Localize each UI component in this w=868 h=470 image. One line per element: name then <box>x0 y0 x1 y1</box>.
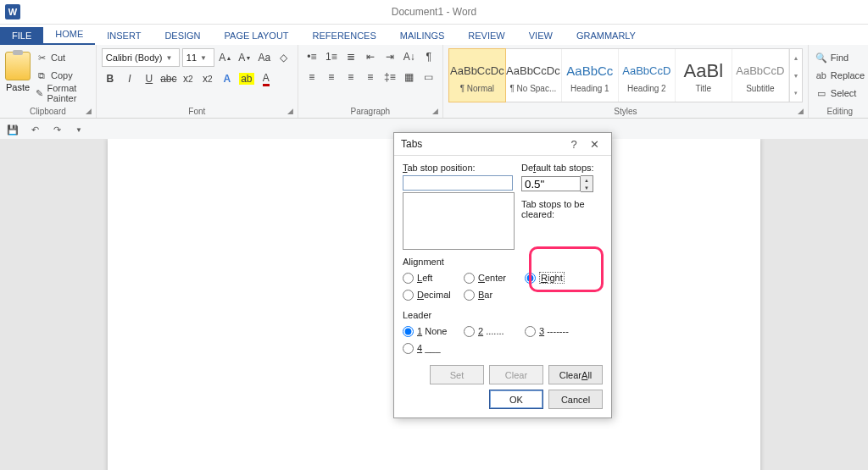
qat-customize[interactable]: ▼ <box>71 122 86 137</box>
paste-button[interactable]: Paste <box>5 48 31 92</box>
help-button[interactable]: ? <box>564 138 584 151</box>
multilevel-button[interactable]: ≣ <box>342 48 359 65</box>
cut-button[interactable]: ✂Cut <box>34 50 91 65</box>
alignment-right[interactable]: Right <box>525 269 586 286</box>
copy-button[interactable]: ⧉Copy <box>34 68 91 83</box>
format-painter-button[interactable]: ✎Format Painter <box>34 86 91 101</box>
font-size-combo[interactable]: 11▼ <box>182 48 214 67</box>
alignment-bar[interactable]: Bar <box>464 286 525 303</box>
styles-more[interactable]: ▾ <box>790 84 802 102</box>
tab-page-layout[interactable]: PAGE LAYOUT <box>213 27 301 45</box>
styles-scroll-down[interactable]: ▼ <box>790 67 802 85</box>
styles-scroll-up[interactable]: ▲ <box>790 49 802 67</box>
alignment-left[interactable]: Left <box>403 269 464 286</box>
style-preview: AaBbCc <box>566 58 613 84</box>
tab-file[interactable]: FILE <box>0 27 43 45</box>
grow-font-button[interactable]: A▲ <box>217 49 234 66</box>
leader-none[interactable]: 1 None <box>403 323 464 340</box>
tab-design[interactable]: DESIGN <box>153 27 212 45</box>
alignment-decimal[interactable]: Decimal <box>403 286 464 303</box>
highlight-button[interactable]: ab <box>238 70 255 87</box>
clear-formatting-button[interactable]: ◇ <box>275 49 292 66</box>
font-color-button[interactable]: A <box>258 70 275 87</box>
sort-button[interactable]: A↓ <box>401 48 418 65</box>
style-heading-2[interactable]: AaBbCcDHeading 2 <box>619 49 676 102</box>
show-marks-button[interactable]: ¶ <box>420 48 437 65</box>
underline-button[interactable]: U <box>141 70 158 87</box>
redo-button[interactable]: ↷ <box>49 122 64 137</box>
styles-launcher[interactable]: ◢ <box>796 106 806 116</box>
tab-stop-position-input[interactable] <box>403 175 513 191</box>
leader-underline[interactable]: 4 ___ <box>403 340 464 357</box>
tab-references[interactable]: REFERENCES <box>301 27 388 45</box>
undo-button[interactable]: ↶ <box>27 122 42 137</box>
default-tab-stops-spinner[interactable]: ▲▼ <box>521 175 603 192</box>
clear-button[interactable]: Clear <box>489 365 543 384</box>
close-button[interactable]: ✕ <box>584 138 604 151</box>
styles-gallery[interactable]: AaBbCcDc¶ Normal AaBbCcDc¶ No Spac... Aa… <box>448 48 803 102</box>
find-button[interactable]: 🔍Find <box>814 50 866 65</box>
tab-mailings[interactable]: MAILINGS <box>388 27 457 45</box>
default-tab-stops-input[interactable] <box>521 176 581 191</box>
leader-dashes[interactable]: 3 ------- <box>525 323 586 340</box>
set-button[interactable]: Set <box>430 365 484 384</box>
tab-home[interactable]: HOME <box>43 25 95 45</box>
replace-label: Replace <box>831 70 865 80</box>
style-normal[interactable]: AaBbCcDc¶ Normal <box>448 48 506 102</box>
ribbon-tabs: FILE HOME INSERT DESIGN PAGE LAYOUT REFE… <box>0 25 868 45</box>
save-button[interactable]: 💾 <box>5 122 20 137</box>
tab-view[interactable]: VIEW <box>517 27 565 45</box>
find-icon: 🔍 <box>815 52 827 64</box>
spinner-down[interactable]: ▼ <box>581 184 593 191</box>
strikethrough-button[interactable]: abc <box>160 70 177 87</box>
shrink-font-button[interactable]: A▼ <box>236 49 253 66</box>
bullets-button[interactable]: •≡ <box>303 48 320 65</box>
text-effects-button[interactable]: A <box>219 70 236 87</box>
leader-label: Leader <box>403 310 603 320</box>
alignment-center[interactable]: Center <box>464 269 525 286</box>
change-case-button[interactable]: Aa <box>256 49 273 66</box>
paragraph-launcher[interactable]: ◢ <box>431 106 441 116</box>
leader-radios: 1 None 2 ....... 3 ------- 4 ___ <box>403 323 603 357</box>
style-subtitle[interactable]: AaBbCcDSubtitle <box>732 49 789 102</box>
style-no-spacing[interactable]: AaBbCcDc¶ No Spac... <box>505 49 562 102</box>
borders-button[interactable]: ▭ <box>420 69 437 86</box>
chevron-down-icon: ▼ <box>165 54 172 62</box>
tab-stop-list[interactable] <box>403 192 515 250</box>
leader-dots[interactable]: 2 ....... <box>464 323 525 340</box>
copy-icon: ⧉ <box>36 69 47 81</box>
line-spacing-button[interactable]: ‡≡ <box>381 69 398 86</box>
font-launcher[interactable]: ◢ <box>286 106 296 116</box>
style-title[interactable]: AaBlTitle <box>676 49 732 102</box>
style-preview: AaBbCcD <box>622 58 670 84</box>
subscript-button[interactable]: x2 <box>180 70 197 87</box>
cancel-button[interactable]: Cancel <box>548 390 603 409</box>
align-right-button[interactable]: ≡ <box>342 69 359 86</box>
superscript-button[interactable]: x2 <box>199 70 216 87</box>
ok-button[interactable]: OK <box>489 390 543 409</box>
align-center-button[interactable]: ≡ <box>323 69 340 86</box>
font-name-combo[interactable]: Calibri (Body)▼ <box>102 48 180 67</box>
clear-label: Clear <box>505 370 527 380</box>
decrease-indent-button[interactable]: ⇤ <box>362 48 379 65</box>
tab-review[interactable]: REVIEW <box>456 27 516 45</box>
replace-button[interactable]: abReplace <box>814 68 866 83</box>
tab-grammarly[interactable]: GRAMMARLY <box>565 27 648 45</box>
increase-indent-button[interactable]: ⇥ <box>381 48 398 65</box>
numbering-button[interactable]: 1≡ <box>323 48 340 65</box>
align-left-button[interactable]: ≡ <box>303 69 320 86</box>
shading-button[interactable]: ▦ <box>401 69 418 86</box>
spinner-up[interactable]: ▲ <box>581 176 593 184</box>
clipboard-launcher[interactable]: ◢ <box>84 106 94 116</box>
group-paragraph: •≡ 1≡ ≣ ⇤ ⇥ A↓ ¶ ≡ ≡ ≡ ≡ ‡≡ ▦ ▭ Paragrap… <box>298 45 443 118</box>
italic-button[interactable]: I <box>121 70 138 87</box>
style-heading-1[interactable]: AaBbCcHeading 1 <box>562 49 619 102</box>
tab-insert[interactable]: INSERT <box>95 27 153 45</box>
clear-all-button[interactable]: Clear All <box>548 365 603 384</box>
justify-button[interactable]: ≡ <box>362 69 379 86</box>
bold-button[interactable]: B <box>102 70 119 87</box>
select-button[interactable]: ▭Select <box>814 86 866 101</box>
cancel-label: Cancel <box>561 395 590 405</box>
alignment-radios: Left Center Right Decimal Bar <box>403 269 603 303</box>
style-name: Heading 1 <box>570 84 609 93</box>
